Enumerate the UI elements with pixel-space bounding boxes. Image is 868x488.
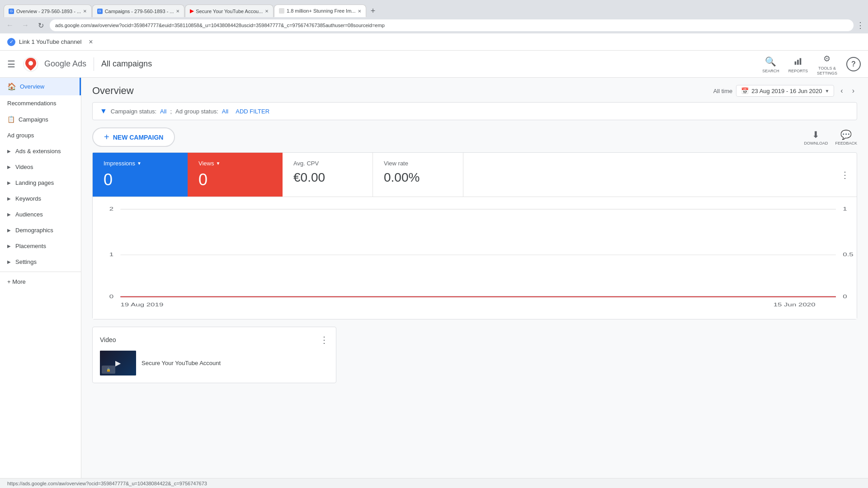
video-item: ▶ 🔒 Secure Your YouTube Account	[100, 351, 329, 375]
tab-close-overview[interactable]: ×	[83, 8, 87, 14]
brand-name: Google Ads	[44, 59, 86, 69]
tools-settings-action[interactable]: ⚙ TOOLS &SETTINGS	[817, 52, 837, 76]
status-url: https://ads.google.com/aw/overview?ocid=…	[7, 481, 207, 486]
date-range-value: 23 Aug 2019 - 16 Jun 2020	[751, 88, 822, 94]
notification-text: Link 1 YouTube channel	[19, 38, 81, 45]
ad-group-status-link[interactable]: All	[222, 108, 228, 115]
search-action[interactable]: 🔍 SEARCH	[762, 55, 779, 73]
sidebar-item-landing-pages[interactable]: ▶ Landing pages	[0, 175, 81, 191]
browser-menu-icon[interactable]: ⋮	[856, 20, 864, 30]
top-nav: ☰ Google Ads All campaigns 🔍 SEARCH REPO…	[0, 51, 868, 78]
tab-campaigns[interactable]: G Campaigns - 279-560-1893 - ... ×	[92, 5, 184, 17]
dropdown-arrow-date: ▼	[825, 89, 829, 94]
svg-text:0: 0	[109, 294, 113, 299]
address-input[interactable]	[50, 19, 854, 31]
svg-point-1	[28, 61, 33, 66]
tab-close-active[interactable]: ×	[358, 8, 362, 14]
sidebar-item-ads-extensions[interactable]: ▶ Ads & extensions	[0, 143, 81, 159]
view-rate-card[interactable]: View rate 0.00%	[373, 153, 463, 197]
svg-text:19 Aug 2019: 19 Aug 2019	[120, 302, 163, 307]
sidebar-item-keywords[interactable]: ▶ Keywords	[0, 191, 81, 206]
content-area: Overview All time 📅 23 Aug 2019 - 16 Jun…	[81, 78, 868, 488]
tab-favicon-campaigns: G	[97, 9, 103, 14]
feedback-action[interactable]: 💬 FEEDBACK	[835, 129, 857, 145]
sidebar-item-overview[interactable]: 🏠 Overview	[0, 78, 81, 95]
address-bar-row: ← → ↻ ⋮	[0, 17, 868, 33]
filter-semicolon: ;	[170, 108, 172, 115]
new-campaign-button[interactable]: + NEW CAMPAIGN	[92, 127, 175, 147]
google-maps-icon	[23, 56, 39, 72]
video-thumbnail[interactable]: ▶ 🔒	[100, 351, 136, 375]
svg-text:0: 0	[843, 294, 847, 299]
impressions-card[interactable]: Impressions ▼ 0	[93, 153, 188, 197]
download-action[interactable]: ⬇ DOWNLOAD	[804, 129, 828, 145]
tab-bar: G Overview - 279-560-1893 - ... × G Camp…	[0, 0, 868, 17]
sidebar-item-ad-groups[interactable]: Ad groups	[0, 127, 81, 143]
date-range-picker[interactable]: All time 📅 23 Aug 2019 - 16 Jun 2020 ▼ ‹…	[713, 85, 857, 97]
date-next-button[interactable]: ›	[849, 86, 857, 96]
new-tab-button[interactable]: +	[367, 5, 379, 17]
feedback-icon: 💬	[840, 129, 852, 140]
all-campaigns-topnav: All campaigns	[101, 59, 152, 69]
tab-overview[interactable]: G Overview - 279-560-1893 - ... ×	[4, 5, 92, 17]
forward-button[interactable]: →	[19, 19, 32, 32]
chart-area: 2 1 0 1 0.5 0	[93, 197, 857, 319]
date-picker-control[interactable]: 📅 23 Aug 2019 - 16 Jun 2020 ▼	[736, 85, 834, 97]
view-rate-value: 0.00%	[384, 170, 452, 185]
campaign-status-link[interactable]: All	[160, 108, 166, 115]
tab-title-active: 1.8 million+ Stunning Free Im...	[287, 8, 356, 14]
campaigns-label: Campaigns	[19, 116, 48, 123]
sidebar-item-audiences[interactable]: ▶ Audiences	[0, 206, 81, 222]
tab-close-campaigns[interactable]: ×	[176, 8, 180, 14]
feedback-label: FEEDBACK	[835, 141, 857, 145]
page-title: Overview	[92, 85, 134, 97]
date-prev-button[interactable]: ‹	[838, 86, 845, 96]
download-label: DOWNLOAD	[804, 141, 828, 145]
notification-bar: ✓ Link 1 YouTube channel ×	[0, 33, 868, 51]
reports-action[interactable]: REPORTS	[788, 55, 808, 73]
help-button[interactable]: ?	[846, 57, 861, 71]
chart-svg: 2 1 0 1 0.5 0	[93, 202, 857, 312]
tools-settings-icon: ⚙	[821, 52, 833, 65]
reload-button[interactable]: ↻	[34, 19, 47, 32]
browser-chrome: G Overview - 279-560-1893 - ... × G Camp…	[0, 0, 868, 33]
reports-label: REPORTS	[788, 69, 808, 73]
metrics-chart-container: Impressions ▼ 0 Views ▼ 0	[92, 152, 857, 319]
tab-favicon-youtube: ▶	[190, 8, 193, 14]
tab-close-youtube[interactable]: ×	[265, 8, 269, 14]
hamburger-icon[interactable]: ☰	[7, 59, 15, 70]
tab-favicon-overview: G	[9, 9, 14, 14]
sidebar-item-campaigns[interactable]: 📋 Campaigns	[0, 111, 81, 127]
settings-label: Settings	[15, 258, 37, 265]
app-wrapper: ☰ Google Ads All campaigns 🔍 SEARCH REPO…	[0, 51, 868, 488]
add-filter-button[interactable]: ADD FILTER	[236, 108, 269, 115]
svg-rect-4	[800, 58, 802, 65]
campaign-status-label: Campaign status:	[111, 108, 156, 115]
search-icon: 🔍	[764, 55, 777, 68]
app-body: 🏠 Overview Recommendations 📋 Campaigns A…	[0, 78, 868, 488]
notification-close[interactable]: ×	[89, 38, 93, 46]
back-button[interactable]: ←	[4, 19, 16, 32]
sidebar-item-videos[interactable]: ▶ Videos	[0, 159, 81, 175]
tab-youtube[interactable]: ▶ Secure Your YouTube Accou... ×	[185, 5, 274, 17]
svg-text:0.5: 0.5	[843, 252, 854, 257]
sidebar-item-recommendations[interactable]: Recommendations	[0, 95, 81, 111]
video-card-header: Video ⋮	[100, 334, 329, 345]
metrics-three-dots[interactable]: ⋮	[840, 169, 849, 180]
views-card[interactable]: Views ▼ 0	[188, 153, 283, 197]
video-more-dots[interactable]: ⋮	[320, 334, 329, 345]
page-header: Overview All time 📅 23 Aug 2019 - 16 Jun…	[92, 85, 857, 102]
reports-icon	[792, 55, 804, 68]
sidebar-item-settings[interactable]: ▶ Settings	[0, 254, 81, 270]
sidebar-item-more[interactable]: + More	[0, 274, 81, 290]
tab-active[interactable]: 1.8 million+ Stunning Free Im... ×	[274, 5, 366, 17]
sidebar-item-demographics[interactable]: ▶ Demographics	[0, 222, 81, 238]
content-inner: Overview All time 📅 23 Aug 2019 - 16 Jun…	[81, 78, 868, 394]
tab-title-campaigns: Campaigns - 279-560-1893 - ...	[105, 9, 174, 14]
sidebar-item-placements[interactable]: ▶ Placements	[0, 238, 81, 254]
svg-text:2: 2	[109, 206, 113, 211]
avg-cpv-card[interactable]: Avg. CPV €0.00	[283, 153, 373, 197]
demographics-label: Demographics	[15, 227, 53, 234]
landing-pages-label: Landing pages	[15, 179, 54, 186]
expand-arrow-placements: ▶	[7, 244, 11, 249]
